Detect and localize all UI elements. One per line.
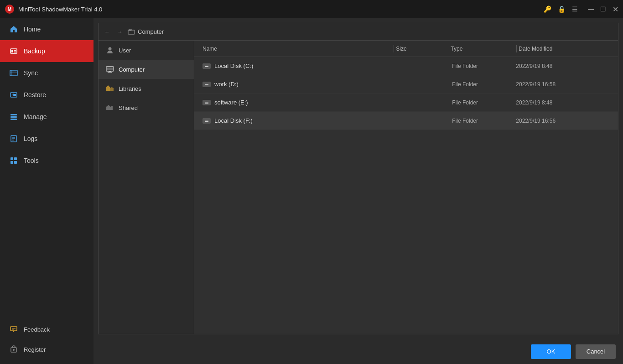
file-row-e[interactable]: ▬ software (E:) File Folder 2022/9/19 8:… — [194, 94, 618, 112]
sync-icon — [9, 68, 18, 78]
main-layout: Home Backup Syn — [0, 18, 623, 364]
breadcrumb: Computer — [128, 28, 164, 35]
type-c: File Folder — [452, 63, 516, 69]
manage-icon — [9, 112, 18, 121]
date-c: 2022/9/19 8:48 — [516, 63, 613, 69]
app-title: MiniTool ShadowMaker Trial 4.0 — [18, 6, 544, 13]
lock-icon[interactable]: 🔒 — [558, 5, 566, 13]
col-date-header: Date Modified — [519, 46, 613, 52]
key-icon[interactable]: 🔑 — [544, 5, 551, 13]
svg-rect-4 — [14, 50, 16, 51]
file-browser: ← → Computer — [98, 23, 618, 334]
sidebar: Home Backup Syn — [0, 18, 93, 364]
content-area: ← → Computer — [93, 18, 623, 364]
svg-rect-20 — [10, 161, 13, 164]
sidebar-item-restore[interactable]: Restore — [0, 84, 93, 106]
col-size-header: Size — [396, 46, 451, 52]
type-d: File Folder — [452, 81, 516, 88]
sidebar-item-backup[interactable]: Backup — [0, 40, 93, 62]
computer-icon — [106, 65, 114, 73]
drive-icon-d: ▬ — [202, 82, 211, 87]
file-list: Name Size Type Date Modified ▬ — [194, 41, 618, 334]
maximize-btn[interactable]: ☐ — [600, 5, 606, 13]
tools-icon — [9, 156, 18, 165]
user-folder-icon — [106, 46, 114, 54]
back-btn[interactable]: ← — [102, 27, 112, 37]
svg-rect-18 — [10, 157, 13, 160]
breadcrumb-bar: ← → Computer — [99, 23, 618, 41]
file-list-header: Name Size Type Date Modified — [194, 41, 618, 57]
date-d: 2022/9/19 16:58 — [516, 81, 613, 88]
svg-rect-12 — [10, 116, 17, 118]
svg-point-26 — [13, 349, 15, 351]
feedback-icon — [9, 325, 18, 334]
backup-icon — [9, 47, 18, 56]
svg-rect-32 — [109, 71, 111, 72]
type-f: File Folder — [452, 118, 516, 124]
titlebar: M MiniTool ShadowMaker Trial 4.0 🔑 🔒 ☰ ─… — [0, 0, 623, 18]
logs-icon — [9, 134, 18, 143]
sidebar-item-register[interactable]: Register — [0, 339, 93, 359]
svg-rect-31 — [107, 68, 113, 70]
tree-item-computer[interactable]: Computer — [99, 60, 194, 79]
svg-rect-21 — [14, 161, 17, 164]
breadcrumb-label: Computer — [138, 28, 164, 35]
tree-panel: User Computer — [99, 41, 194, 334]
svg-rect-33 — [108, 72, 112, 73]
close-btn[interactable]: ✕ — [613, 5, 618, 14]
col-name-header: Name — [199, 46, 392, 52]
window-controls: 🔑 🔒 ☰ ─ ☐ ✕ — [544, 5, 618, 14]
browser-body: User Computer — [99, 41, 618, 334]
svg-rect-13 — [10, 119, 17, 120]
minimize-btn[interactable]: ─ — [588, 5, 594, 14]
svg-rect-5 — [14, 52, 16, 52]
type-e: File Folder — [452, 99, 516, 106]
svg-rect-6 — [10, 70, 17, 76]
menu-icon[interactable]: ☰ — [572, 5, 578, 13]
sidebar-item-sync[interactable]: Sync — [0, 62, 93, 84]
file-row-d[interactable]: ▬ work (D:) File Folder 2022/9/19 16:58 — [194, 75, 618, 94]
svg-rect-19 — [14, 157, 17, 160]
sidebar-item-feedback[interactable]: Feedback — [0, 319, 93, 339]
app-logo: M — [5, 4, 15, 14]
home-icon — [9, 25, 18, 34]
drive-icon-c: ▬ — [202, 63, 211, 69]
libraries-icon — [106, 84, 114, 93]
tree-item-user[interactable]: User — [99, 41, 194, 60]
date-e: 2022/9/19 8:48 — [516, 99, 613, 106]
file-row-f[interactable]: ▬ Local Disk (F:) File Folder 2022/9/19 … — [194, 112, 618, 130]
col-divider-2 — [516, 45, 517, 52]
drive-icon-e: ▬ — [202, 100, 211, 105]
file-rows: ▬ Local Disk (C:) File Folder 2022/9/19 … — [194, 57, 618, 334]
cancel-button[interactable]: Cancel — [576, 344, 616, 359]
ok-button[interactable]: OK — [531, 344, 571, 359]
col-divider-1 — [394, 45, 394, 52]
sidebar-item-manage[interactable]: Manage — [0, 106, 93, 128]
svg-rect-11 — [10, 114, 17, 115]
svg-point-29 — [109, 47, 112, 51]
svg-rect-10 — [14, 94, 16, 96]
restore-icon — [9, 90, 18, 99]
forward-btn[interactable]: → — [115, 27, 125, 37]
tree-item-shared[interactable]: Shared — [99, 98, 194, 117]
shared-folder-icon — [106, 104, 114, 112]
file-row-c[interactable]: ▬ Local Disk (C:) File Folder 2022/9/19 … — [194, 57, 618, 75]
sidebar-item-home[interactable]: Home — [0, 18, 93, 40]
sidebar-item-tools[interactable]: Tools — [0, 150, 93, 172]
register-icon — [9, 345, 18, 354]
tree-item-libraries[interactable]: Libraries — [99, 79, 194, 98]
date-f: 2022/9/19 16:56 — [516, 118, 613, 124]
bottom-bar: OK Cancel — [93, 339, 623, 364]
sidebar-item-logs[interactable]: Logs — [0, 128, 93, 150]
col-type-header: Type — [451, 46, 514, 52]
drive-icon-f: ▬ — [202, 118, 211, 124]
svg-text:M: M — [8, 7, 11, 12]
svg-rect-3 — [11, 50, 13, 52]
